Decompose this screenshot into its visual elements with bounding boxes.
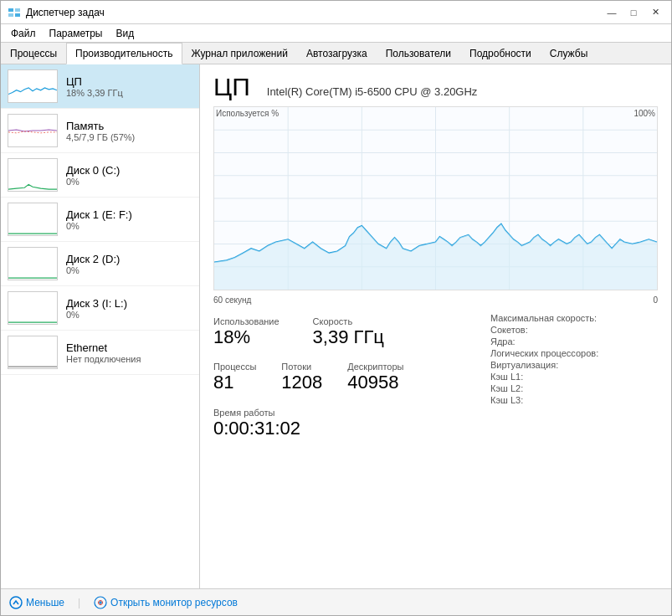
disk1-subtitle: 0% <box>66 221 192 231</box>
detail-header: ЦП Intel(R) Core(TM) i5-6500 CPU @ 3.20G… <box>213 74 658 100</box>
detail-subtitle: Intel(R) Core(TM) i5-6500 CPU @ 3.20GHz <box>267 85 478 98</box>
app-icon <box>8 6 21 19</box>
virt-label: Виртуализация: <box>490 360 658 370</box>
memory-title: Память <box>66 120 192 132</box>
main-content: ЦП 18% 3,39 ГГц Память 4,5/7,9 ГБ (57%) <box>1 64 671 588</box>
menu-file[interactable]: Файл <box>4 26 43 41</box>
info-cache-l1: Кэш L1: <box>490 372 658 382</box>
sidebar-item-cpu[interactable]: ЦП 18% 3,39 ГГц <box>1 64 199 109</box>
less-button[interactable]: Меньше <box>9 596 64 609</box>
cache-l3-label: Кэш L3: <box>490 395 658 405</box>
memory-info: Память 4,5/7,9 ГБ (57%) <box>66 120 192 142</box>
sockets-label: Сокетов: <box>490 325 658 335</box>
speed-value: 3,39 ГГц <box>313 326 384 348</box>
menu-parameters[interactable]: Параметры <box>43 26 110 41</box>
svg-rect-1 <box>15 8 20 12</box>
title-bar: Диспетчер задач — □ ✕ <box>1 1 671 24</box>
ethernet-subtitle: Нет подключения <box>66 354 192 364</box>
info-virt: Виртуализация: <box>490 360 658 370</box>
chart-y-max: 100% <box>634 109 655 118</box>
cpu-thumbnail <box>8 69 58 103</box>
sidebar-item-memory[interactable]: Память 4,5/7,9 ГБ (57%) <box>1 109 199 153</box>
chart-x-end: 0 <box>653 295 658 305</box>
max-speed-label: Максимальная скорость: <box>490 313 658 323</box>
minimize-button[interactable]: — <box>603 5 621 20</box>
info-sockets: Сокетов: <box>490 325 658 335</box>
separator: | <box>78 597 80 608</box>
stat-usage: Использование 18% <box>213 313 280 352</box>
handles-label: Дескрипторы <box>347 362 403 372</box>
memory-thumbnail <box>8 114 58 147</box>
sidebar-item-disk2[interactable]: Диск 2 (D:) 0% <box>1 242 199 286</box>
right-info: Максимальная скорость: Сокетов: Ядра: Ло… <box>490 313 658 443</box>
memory-subtitle: 4,5/7,9 ГБ (57%) <box>66 132 192 142</box>
menu-bar: Файл Параметры Вид <box>1 24 671 43</box>
proc-thread-handle-row: Процессы 81 Потоки 1208 Дескрипторы 4095… <box>213 358 490 397</box>
sidebar-item-ethernet[interactable]: Ethernet Нет подключения <box>1 331 199 375</box>
disk0-title: Диск 0 (C:) <box>66 164 192 177</box>
cache-l1-label: Кэш L1: <box>490 372 658 382</box>
title-bar-left: Диспетчер задач <box>8 6 105 19</box>
cpu-info: ЦП 18% 3,39 ГГц <box>66 75 192 98</box>
disk3-info: Диск 3 (I: L:) 0% <box>66 297 192 320</box>
cores-label: Ядра: <box>490 336 658 346</box>
sidebar-item-disk0[interactable]: Диск 0 (C:) 0% <box>1 153 199 198</box>
less-label: Меньше <box>26 597 64 608</box>
detail-title: ЦП <box>213 74 250 100</box>
sidebar-item-disk3[interactable]: Диск 3 (I: L:) 0% <box>1 286 199 331</box>
info-logical: Логических процессоров: <box>490 348 658 358</box>
ethernet-info: Ethernet Нет подключения <box>66 341 192 364</box>
maximize-button[interactable]: □ <box>624 5 643 20</box>
usage-value: 18% <box>213 326 280 348</box>
disk3-thumbnail <box>8 291 58 325</box>
stat-threads: Потоки 1208 <box>281 358 322 397</box>
chart-y-label: Используется % <box>216 109 279 118</box>
open-monitor-link[interactable]: Открыть монитор ресурсов <box>94 596 238 609</box>
disk1-title: Диск 1 (E: F:) <box>66 208 192 221</box>
window-controls: — □ ✕ <box>603 5 664 20</box>
logical-label: Логических процессоров: <box>490 348 658 358</box>
disk0-subtitle: 0% <box>66 177 192 187</box>
stat-processes: Процессы 81 <box>213 358 256 397</box>
ethernet-thumbnail <box>8 336 58 369</box>
disk0-info: Диск 0 (C:) 0% <box>66 164 192 187</box>
info-cache-l2: Кэш L2: <box>490 383 658 393</box>
tab-details[interactable]: Подробности <box>460 43 541 64</box>
stat-speed: Скорость 3,39 ГГц <box>313 313 384 352</box>
ethernet-title: Ethernet <box>66 341 192 354</box>
detail-panel: ЦП Intel(R) Core(TM) i5-6500 CPU @ 3.20G… <box>200 64 671 588</box>
info-max-speed: Максимальная скорость: <box>490 313 658 323</box>
svg-rect-0 <box>8 8 13 12</box>
chevron-up-icon <box>9 596 23 609</box>
stat-uptime: Время работы 0:00:31:02 <box>213 404 490 443</box>
chart-x-start: 60 секунд <box>213 295 251 305</box>
tab-performance[interactable]: Производительность <box>66 43 182 64</box>
disk2-subtitle: 0% <box>66 265 192 275</box>
menu-view[interactable]: Вид <box>109 26 141 41</box>
window-title: Диспетчер задач <box>26 7 105 18</box>
tab-processes[interactable]: Процессы <box>1 43 66 64</box>
cache-l2-label: Кэш L2: <box>490 383 658 393</box>
tab-startup[interactable]: Автозагрузка <box>297 43 377 64</box>
svg-rect-2 <box>8 13 13 17</box>
task-manager-window: Диспетчер задач — □ ✕ Файл Параметры Вид… <box>0 0 672 616</box>
stats-section: Использование 18% Скорость 3,39 ГГц Проц… <box>213 313 658 443</box>
tab-services[interactable]: Службы <box>541 43 597 64</box>
stats-left: Использование 18% Скорость 3,39 ГГц Проц… <box>213 313 490 443</box>
disk2-title: Диск 2 (D:) <box>66 253 192 265</box>
monitor-label: Открыть монитор ресурсов <box>110 597 238 608</box>
disk2-info: Диск 2 (D:) 0% <box>66 253 192 275</box>
tab-users[interactable]: Пользователи <box>377 43 460 64</box>
threads-label: Потоки <box>281 362 322 372</box>
monitor-icon <box>94 596 107 609</box>
uptime-label: Время работы <box>213 408 490 418</box>
tab-app-history[interactable]: Журнал приложений <box>182 43 297 64</box>
disk1-thumbnail <box>8 203 58 236</box>
tabs-bar: Процессы Производительность Журнал прило… <box>1 43 671 64</box>
close-button[interactable]: ✕ <box>646 5 664 20</box>
sidebar-item-disk1[interactable]: Диск 1 (E: F:) 0% <box>1 198 199 242</box>
cpu-title: ЦП <box>66 75 192 88</box>
disk3-subtitle: 0% <box>66 310 192 320</box>
disk3-title: Диск 3 (I: L:) <box>66 297 192 310</box>
info-cores: Ядра: <box>490 336 658 346</box>
